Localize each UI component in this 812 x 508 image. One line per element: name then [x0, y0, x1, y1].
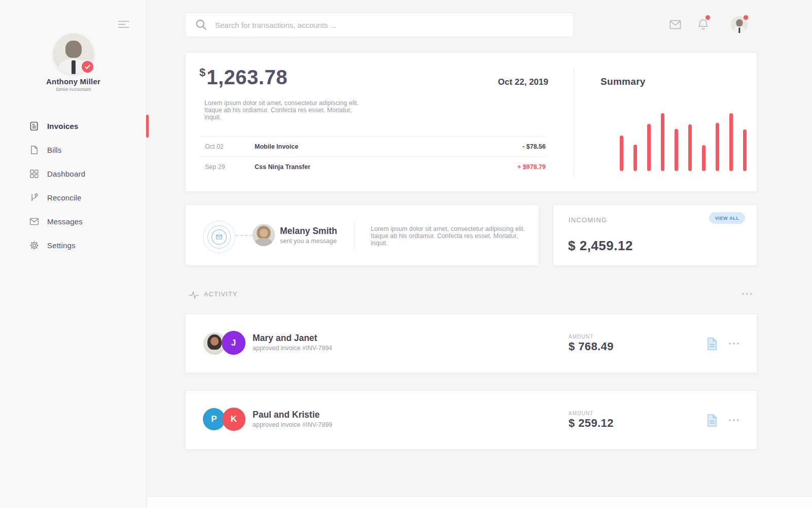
amount-label: AMOUNT: [569, 334, 593, 340]
activity-menu-button[interactable]: [742, 293, 752, 295]
envelope-icon: [216, 233, 223, 241]
incoming-card: INCOMING VIEW ALL $ 2,459.12: [553, 205, 757, 266]
transaction-row[interactable]: Oct 02 Mobile Invoice - $78.56: [198, 136, 546, 156]
activity-name: Mary and Janet: [253, 333, 317, 344]
messages-icon: [28, 216, 40, 227]
sidebar-item-reconcile[interactable]: Reconcile: [0, 186, 147, 210]
message-subtitle: sent you a message: [280, 238, 337, 245]
amount-value: $ 259.12: [569, 417, 614, 430]
badge-letter: P: [211, 414, 217, 424]
message-text: Lorem ipsum dolor sit amet, consectetur …: [371, 225, 528, 247]
search-input[interactable]: [208, 21, 573, 29]
document-icon: [706, 337, 718, 351]
letter-badge[interactable]: K: [222, 408, 245, 431]
menu-toggle-button[interactable]: [118, 21, 130, 29]
avatar-head: [736, 19, 743, 26]
sidebar-item-bills[interactable]: Bills: [0, 138, 147, 162]
transaction-name: Mobile Invoice: [255, 143, 522, 150]
sidebar: Anthony Miller Senior Accountant Invoice…: [0, 0, 147, 508]
message-card: Melany Smith sent you a message Lorem ip…: [185, 205, 539, 266]
invoice-document-button[interactable]: [706, 337, 718, 353]
mail-icon: [668, 18, 682, 31]
sidebar-item-label: Messages: [47, 217, 83, 226]
document-icon: [706, 414, 718, 427]
summary-bar: [688, 124, 692, 171]
balance-description: Lorem ipsum dolor sit amet, consectetur …: [204, 99, 362, 121]
card-divider: [354, 222, 355, 250]
invoice-document-button[interactable]: [706, 414, 718, 429]
user-name: Anthony Miller: [0, 77, 147, 86]
activity-title: ACTIVITY: [204, 291, 238, 298]
avatar-head: [65, 41, 82, 58]
sidebar-item-label: Settings: [47, 241, 76, 250]
verified-check-icon: [81, 60, 94, 74]
bell-icon: [696, 18, 710, 31]
transaction-row[interactable]: Sep 29 Css Ninja Transfer + $978.79: [198, 156, 546, 177]
avatar-tie: [738, 27, 740, 33]
summary-bar: [661, 113, 664, 171]
search-bar: [185, 13, 574, 37]
sidebar-item-invoices[interactable]: Invoices: [0, 114, 147, 138]
dashboard-icon: [28, 168, 40, 180]
notifications-button[interactable]: [696, 18, 710, 33]
transaction-date: Oct 02: [205, 143, 255, 150]
next-section-peek: [147, 496, 812, 508]
activity-name: Paul and Kristie: [253, 410, 320, 420]
summary-title: Summary: [601, 76, 646, 87]
avatar-shoulders: [255, 238, 272, 246]
summary-bar-chart: [620, 113, 747, 171]
row-menu-button[interactable]: [729, 419, 739, 421]
mail-button[interactable]: [668, 18, 682, 33]
transaction-amount: - $78.56: [522, 143, 546, 150]
search-icon: [195, 18, 208, 31]
balance-card: $1,263.78 Oct 22, 2019 Lorem ipsum dolor…: [185, 52, 757, 192]
incoming-amount: $ 2,459.12: [568, 238, 633, 254]
sidebar-item-label: Dashboard: [47, 170, 85, 178]
invoice-icon: [28, 121, 40, 132]
summary-bar: [633, 145, 637, 171]
row-menu-button[interactable]: [729, 343, 739, 345]
activity-row: P K Paul and Kristie approved invoice #I…: [185, 390, 757, 450]
summary-bar: [743, 129, 747, 171]
currency-sign: $: [199, 66, 205, 79]
notification-dot: [705, 15, 710, 20]
sidebar-item-label: Reconcile: [47, 193, 82, 202]
transaction-date: Sep 29: [205, 163, 255, 171]
activity-subtitle: approved invoice #INV-7899: [253, 421, 332, 428]
activity-pulse-icon: [188, 289, 199, 300]
bill-icon: [28, 145, 40, 156]
user-role: Senior Accountant: [0, 87, 147, 92]
amount-value: $ 768.49: [569, 340, 614, 353]
profile-dot: [744, 15, 748, 20]
balance-amount: $1,263.78: [199, 66, 288, 89]
summary-bar: [702, 145, 705, 171]
view-all-button[interactable]: VIEW ALL: [709, 212, 745, 224]
active-indicator: [146, 115, 149, 138]
sidebar-item-settings[interactable]: Settings: [0, 233, 147, 257]
transaction-name: Css Ninja Transfer: [255, 163, 517, 171]
letter-badge[interactable]: J: [222, 331, 245, 355]
incoming-label: INCOMING: [569, 216, 607, 224]
card-divider: [574, 68, 574, 177]
summary-bar: [729, 113, 733, 171]
sidebar-item-messages[interactable]: Messages: [0, 210, 147, 233]
message-ripple-icon: [211, 229, 227, 245]
sidebar-nav: Invoices Bills Dashboard Reconcile: [0, 114, 147, 257]
sidebar-item-dashboard[interactable]: Dashboard: [0, 162, 147, 186]
sender-avatar[interactable]: [253, 224, 275, 246]
transaction-amount: + $978.79: [517, 163, 546, 171]
connector-line: [235, 235, 253, 236]
summary-bar: [647, 124, 651, 171]
avatar-face: [260, 229, 268, 237]
badge-letter: K: [231, 414, 237, 424]
transaction-list: Oct 02 Mobile Invoice - $78.56 Sep 29 Cs…: [198, 136, 546, 177]
avatar-face: [210, 337, 219, 346]
activity-header: ACTIVITY: [185, 287, 757, 301]
avatar-tie: [72, 60, 76, 74]
sidebar-item-label: Invoices: [47, 122, 79, 130]
settings-icon: [28, 240, 40, 251]
app: Anthony Miller Senior Accountant Invoice…: [0, 0, 812, 508]
sidebar-item-label: Bills: [47, 146, 62, 154]
summary-bar: [716, 123, 719, 171]
sender-name: Melany Smith: [280, 226, 337, 236]
